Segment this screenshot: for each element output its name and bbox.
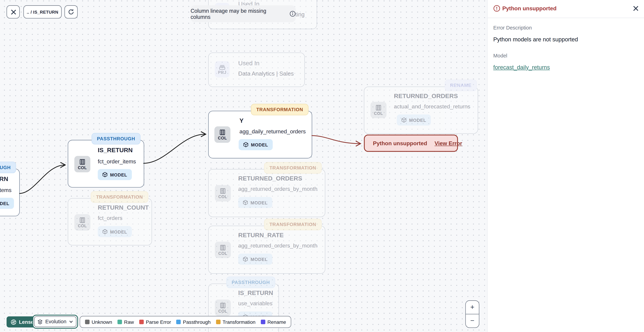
close-lineage-button[interactable] — [7, 5, 20, 18]
project-icon-label: PRJ — [218, 70, 226, 75]
transformation-swatch — [216, 320, 220, 324]
error-description-label: Error Description — [493, 25, 532, 31]
node-title: RETURN_RATE — [238, 232, 284, 238]
model-chip-label: MODEL — [110, 172, 127, 177]
info-icon[interactable] — [290, 11, 296, 17]
transformation-badge: TRANSFORMATION — [264, 219, 322, 230]
error-chip[interactable]: Python unsupported View Error — [364, 135, 458, 152]
alert-circle-icon — [493, 5, 500, 12]
model-link[interactable]: forecast_daily_returns — [493, 64, 550, 71]
column-icon: COL — [215, 242, 231, 258]
node-is-return-partial[interactable]: PASSTHROUGH IS_RETURN fct_order_items MO… — [0, 169, 20, 216]
column-icon: COL — [74, 214, 90, 231]
node-return-count[interactable]: TRANSFORMATION COL RETURN_COUNT fct_orde… — [68, 198, 152, 245]
column-icon-label: COL — [374, 111, 383, 116]
rename-badge: RENAME — [445, 80, 477, 91]
lineage-canvas[interactable]: PRJ Used In Data Analytics | Marketing P… — [0, 0, 487, 332]
model-chip[interactable]: MODEL — [98, 169, 132, 180]
node-title: IS_RETURN — [0, 175, 8, 182]
legend-item-transformation: Transformation — [216, 319, 256, 325]
passthrough-swatch — [176, 320, 181, 324]
node-return-rate[interactable]: TRANSFORMATION COL RETURN_RATE agg_retur… — [208, 226, 325, 274]
cube-icon — [102, 172, 108, 177]
column-icon-label: COL — [218, 136, 227, 140]
model-chip[interactable]: MODEL — [0, 198, 14, 209]
model-label: Model — [493, 53, 507, 59]
zoom-out-button[interactable]: − — [466, 314, 479, 328]
model-chip[interactable]: MODEL — [238, 197, 272, 208]
node-subtitle: use_variables — [238, 301, 272, 307]
legend-item-raw: Raw — [118, 319, 134, 325]
legend-item-parse-error: Parse Error — [139, 319, 171, 325]
passthrough-badge: PASSTHROUGH — [0, 162, 16, 173]
column-icon-label: COL — [218, 194, 227, 199]
model-chip[interactable]: MODEL — [239, 139, 272, 150]
refresh-icon — [68, 8, 74, 15]
node-agg-daily-returned-orders[interactable]: TRANSFORMATION COL Y agg_daily_returned_… — [208, 111, 312, 158]
node-subtitle: fct_order_items — [98, 158, 136, 164]
zoom-controls: + − — [465, 301, 479, 328]
raw-swatch — [118, 320, 122, 324]
app-window: PRJ Used In Data Analytics | Marketing P… — [0, 0, 644, 332]
column-icon-label: COL — [218, 251, 227, 256]
model-chip-label: MODEL — [110, 229, 127, 234]
legend-item-rename: Rename — [261, 319, 286, 325]
breadcrumb[interactable]: .. / IS_RETURN — [24, 5, 62, 18]
parse-error-swatch — [139, 320, 144, 324]
edge-left-to-isreturn — [19, 165, 65, 193]
column-icon: COL — [215, 300, 231, 316]
lens-select-focus-ring: Evolution — [32, 315, 78, 329]
node-subtitle: fct_order_items — [0, 187, 12, 193]
model-chip[interactable]: MODEL — [238, 254, 272, 265]
node-returned-orders-forecasted[interactable]: RENAME COL RETURNED_ORDERS actual_and_fo… — [364, 87, 478, 134]
lens-selected-value: Evolution — [45, 319, 66, 325]
node-title: IS_RETURN — [98, 146, 132, 153]
column-icon: COL — [74, 156, 90, 172]
node-used-in-sales[interactable]: PRJ Used In Data Analytics | Sales — [208, 52, 305, 87]
node-subtitle: agg_returned_orders_by_month — [238, 243, 317, 249]
zoom-in-button[interactable]: + — [466, 301, 479, 314]
node-title: RETURN_COUNT — [98, 204, 149, 211]
node-subtitle: agg_daily_returned_orders — [240, 128, 306, 135]
cube-icon — [401, 117, 407, 123]
cube-icon — [243, 200, 248, 205]
node-subtitle: actual_and_forecasted_returns — [394, 103, 470, 109]
node-subtitle: agg_returned_orders_by_month — [238, 186, 317, 192]
passthrough-badge: PASSTHROUGH — [92, 133, 140, 145]
node-subtitle: Data Analytics | Sales — [238, 70, 294, 77]
unknown-swatch — [85, 320, 90, 324]
node-subtitle: fct_orders — [98, 215, 122, 221]
model-chip-label: MODEL — [250, 200, 268, 205]
transformation-badge: TRANSFORMATION — [264, 162, 322, 174]
error-chip-label: Python unsupported — [373, 140, 427, 146]
node-returned-orders-by-month[interactable]: TRANSFORMATION COL RETURNED_ORDERS agg_r… — [208, 169, 325, 217]
node-title: IS_RETURN — [238, 289, 273, 296]
node-title: RETURNED_ORDERS — [394, 92, 458, 99]
close-icon — [10, 9, 16, 15]
transformation-badge: TRANSFORMATION — [251, 104, 308, 115]
cube-icon — [243, 256, 248, 262]
column-icon-label: COL — [78, 223, 87, 228]
view-error-link[interactable]: View Error — [434, 140, 462, 146]
panel-header: Python unsupported — [488, 0, 644, 18]
node-is-return[interactable]: PASSTHROUGH COL IS_RETURN fct_order_item… — [68, 140, 144, 188]
lens-select-dropdown[interactable]: Evolution — [34, 316, 76, 327]
column-icon: COL — [370, 102, 386, 118]
error-description-text: Python models are not supported — [493, 36, 578, 43]
node-title: Y — [240, 117, 244, 124]
refresh-button[interactable] — [64, 5, 78, 18]
legend-item-passthrough: Passthrough — [176, 319, 210, 325]
column-icon: COL — [215, 185, 231, 201]
cube-icon — [243, 142, 248, 147]
cube-icon — [102, 229, 108, 234]
model-chip-label: MODEL — [409, 118, 426, 123]
legend-item-unknown: Unknown — [85, 319, 112, 325]
passthrough-badge: PASSTHROUGH — [226, 277, 275, 288]
model-chip[interactable]: MODEL — [397, 114, 431, 125]
edge-center-to-error — [312, 136, 360, 144]
model-chip[interactable]: MODEL — [98, 226, 132, 237]
model-chip-label: MODEL — [250, 257, 268, 262]
rename-swatch — [261, 320, 266, 324]
transformation-badge: TRANSFORMATION — [91, 191, 148, 203]
column-icon-label: COL — [78, 165, 87, 170]
